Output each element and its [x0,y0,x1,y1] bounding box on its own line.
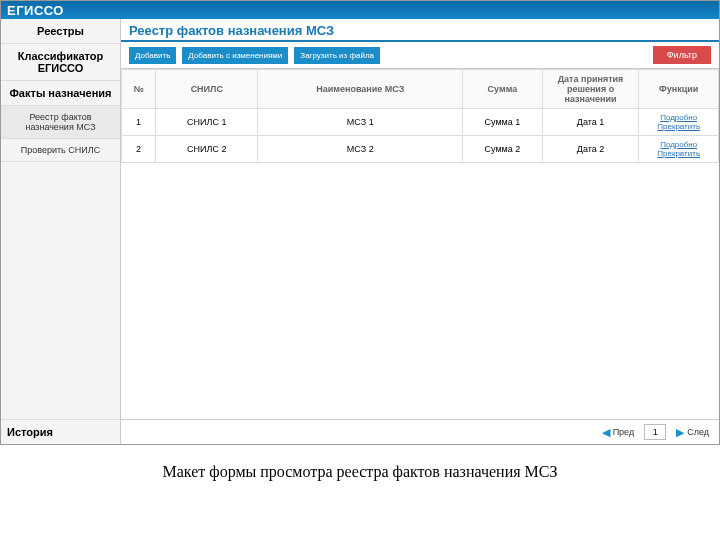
stop-link[interactable]: Прекратить [643,122,714,131]
pager-next[interactable]: ▶ След [676,426,709,439]
pager: ◀ Пред 1 ▶ След [121,419,719,444]
add-button[interactable]: Добавить [129,47,176,64]
sidebar-spacer [1,162,120,419]
cell-func: ПодробноПрекратить [639,109,719,136]
sidebar-item-label: Классификатор ЕГИССО [18,50,104,74]
sidebar-item-label: Проверить СНИЛС [21,145,100,155]
details-link[interactable]: Подробно [643,113,714,122]
cell-sum: Сумма 2 [463,136,543,163]
sidebar-item-label: Реестры [37,25,84,37]
figure-caption: Макет формы просмотра реестра фактов наз… [0,445,720,481]
data-table: № СНИЛС Наименование МСЗ Сумма Дата прин… [121,69,719,163]
cell-snils: СНИЛС 1 [156,109,258,136]
cell-name: МСЗ 1 [258,109,463,136]
stop-link[interactable]: Прекратить [643,149,714,158]
table-row: 2СНИЛС 2МСЗ 2Сумма 2Дата 2ПодробноПрекра… [122,136,719,163]
top-bar: ЕГИССО [1,1,719,19]
sidebar-item-label: История [7,426,53,438]
app-window: ЕГИССО Реестры Классификатор ЕГИССО Факт… [0,0,720,445]
sidebar-item-label: Реестр фактов назначения МСЗ [25,112,95,132]
app-body: Реестры Классификатор ЕГИССО Факты назна… [1,19,719,444]
sidebar-item-history[interactable]: История [1,419,120,444]
pager-prev[interactable]: ◀ Пред [602,426,635,439]
chevron-left-icon: ◀ [602,426,610,439]
col-snils: СНИЛС [156,70,258,109]
sidebar-item-check-snils[interactable]: Проверить СНИЛС [1,139,120,162]
chevron-right-icon: ▶ [676,426,684,439]
col-date: Дата принятия решения о назначении [542,70,639,109]
filter-button[interactable]: Фильтр [653,46,711,64]
sidebar-item-label: Факты назначения [9,87,111,99]
table-row: 1СНИЛС 1МСЗ 1Сумма 1Дата 1ПодробноПрекра… [122,109,719,136]
pager-next-label: След [687,427,709,437]
col-sum: Сумма [463,70,543,109]
cell-func: ПодробноПрекратить [639,136,719,163]
col-name: Наименование МСЗ [258,70,463,109]
col-number: № [122,70,156,109]
upload-from-file-button[interactable]: Загрузить из файла [294,47,380,64]
cell-name: МСЗ 2 [258,136,463,163]
col-func: Функции [639,70,719,109]
cell-date: Дата 1 [542,109,639,136]
pager-page-number[interactable]: 1 [644,424,666,440]
toolbar: Добавить Добавить с изменениями Загрузит… [121,42,719,69]
sidebar: Реестры Классификатор ЕГИССО Факты назна… [1,19,121,444]
table-header-row: № СНИЛС Наименование МСЗ Сумма Дата прин… [122,70,719,109]
pager-prev-label: Пред [613,427,635,437]
main-panel: Реестр фактов назначения МСЗ Добавить До… [121,19,719,444]
sidebar-item-facts[interactable]: Факты назначения [1,81,120,106]
cell-sum: Сумма 1 [463,109,543,136]
sidebar-item-registry-facts-msz[interactable]: Реестр фактов назначения МСЗ [1,106,120,139]
cell-number: 1 [122,109,156,136]
sidebar-item-registries[interactable]: Реестры [1,19,120,44]
cell-snils: СНИЛС 2 [156,136,258,163]
cell-number: 2 [122,136,156,163]
details-link[interactable]: Подробно [643,140,714,149]
add-with-changes-button[interactable]: Добавить с изменениями [182,47,288,64]
cell-date: Дата 2 [542,136,639,163]
page-title: Реестр фактов назначения МСЗ [121,19,719,42]
sidebar-item-classifier[interactable]: Классификатор ЕГИССО [1,44,120,81]
brand-logo: ЕГИССО [7,3,64,18]
